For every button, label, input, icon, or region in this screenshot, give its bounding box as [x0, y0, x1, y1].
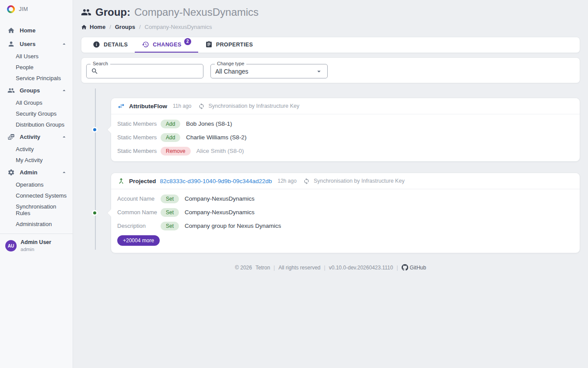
sidebar-item-home[interactable]: Home [0, 24, 73, 37]
sidebar-item-groups[interactable]: Groups [0, 84, 73, 97]
breadcrumb-groups[interactable]: Groups [115, 24, 135, 30]
activity-icon [7, 133, 15, 141]
github-link[interactable]: GitHub [402, 264, 426, 271]
sidebar-item-admin[interactable]: Admin [0, 166, 73, 179]
sidebar-item-label: Activity [20, 134, 40, 140]
change-source: Synchronisation by Infrastructure Key [314, 178, 405, 184]
attribute-name: Static Members [117, 148, 161, 154]
change-type-value: All Changes [215, 68, 312, 75]
breadcrumb-home[interactable]: Home [81, 24, 105, 30]
timeline-dot-blue [92, 127, 98, 133]
changes-timeline: AttributeFlow 11h ago Synchronisation by… [81, 88, 580, 253]
brand-name: JIM [19, 6, 28, 12]
change-type: AttributeFlow [129, 103, 167, 110]
attribute-name: Common Name [117, 209, 161, 216]
action-badge-set: Set [161, 208, 179, 217]
chevron-up-icon [61, 169, 67, 176]
merge-icon [117, 177, 125, 185]
footer-company: Tetron [256, 265, 270, 271]
footer-version: v0.10.0-dev.20260423.1110 [329, 265, 393, 271]
change-time: 12h ago [278, 178, 297, 184]
avatar: AU [5, 240, 17, 251]
attribute-value: Company group for Nexus Dynamics [185, 223, 281, 229]
sidebar-user-section: AU Admin User admin [0, 234, 73, 258]
change-type: Projected [129, 178, 156, 184]
sidebar-item-operations[interactable]: Operations [0, 179, 73, 190]
sidebar-item-all-users[interactable]: All Users [0, 51, 73, 62]
search-input[interactable] [101, 68, 199, 75]
title-prefix: Group: [95, 6, 130, 18]
sidebar-item-users[interactable]: Users [0, 37, 73, 51]
tab-bar: DETAILS CHANGES 2 PROPERTIES [81, 37, 580, 53]
action-badge-set: Set [161, 222, 179, 230]
tab-properties[interactable]: PROPERTIES [198, 37, 260, 53]
change-row: Static Members Add Bob Jones (S8-1) [111, 117, 580, 131]
home-icon [81, 24, 87, 30]
change-row: Static Members Remove Alice Smith (S8-0) [111, 144, 580, 158]
breadcrumb-separator: / [139, 24, 141, 30]
tab-changes[interactable]: CHANGES 2 [135, 37, 198, 53]
user-username: admin [21, 246, 51, 252]
change-row: Account Name Set Company-NexusDynamics [111, 192, 580, 205]
clipboard-icon [205, 41, 213, 48]
sidebar-item-all-groups[interactable]: All Groups [0, 97, 73, 108]
home-icon [7, 27, 15, 34]
change-row: Static Members Add Charlie Williams (S8-… [111, 131, 580, 144]
groups-title-icon [81, 7, 91, 18]
breadcrumb-current: Company-NexusDynamics [145, 24, 212, 30]
sidebar-item-activity-sub[interactable]: Activity [0, 144, 73, 155]
search-field[interactable]: Search [86, 64, 203, 78]
attribute-value: Company-NexusDynamics [185, 209, 255, 216]
sidebar-item-distribution-groups[interactable]: Distribution Groups [0, 119, 73, 130]
search-icon [91, 67, 98, 75]
chevron-up-icon [61, 41, 67, 47]
show-more-button[interactable]: +20004 more [117, 235, 160, 246]
gear-icon [7, 169, 15, 176]
chevron-up-icon [61, 134, 67, 140]
footer-separator: | [273, 265, 275, 271]
app-logo[interactable]: JIM [0, 0, 73, 18]
tab-details[interactable]: DETAILS [86, 37, 135, 53]
attribute-name: Static Members [117, 120, 161, 127]
breadcrumb-separator: / [109, 24, 111, 30]
change-time: 11h ago [173, 103, 192, 109]
sidebar: JIM Home Users All Users People Service … [0, 0, 73, 368]
groups-icon [7, 87, 15, 94]
change-type-select[interactable]: Change type All Changes [210, 64, 328, 78]
attribute-value: Company-NexusDynamics [185, 195, 255, 202]
attribute-name: Account Name [117, 195, 161, 202]
sidebar-item-synchronisation-rules[interactable]: Synchronisation Rules [0, 201, 73, 219]
chevron-up-icon [61, 87, 67, 94]
object-id-link[interactable]: 82c8333c-d390-1040-9d9b-09c344ad22db [160, 178, 272, 184]
chevron-down-icon [315, 67, 323, 75]
sidebar-item-administration[interactable]: Administration [0, 219, 73, 230]
user-profile[interactable]: AU Admin User admin [5, 239, 67, 252]
sidebar-item-service-principals[interactable]: Service Principals [0, 73, 73, 84]
sidebar-item-label: Users [20, 41, 35, 47]
filter-bar: Search Change type All Changes [81, 57, 580, 83]
info-icon [93, 41, 100, 48]
sidebar-item-security-groups[interactable]: Security Groups [0, 108, 73, 119]
sidebar-item-my-activity[interactable]: My Activity [0, 155, 73, 166]
sidebar-item-label: Admin [20, 169, 37, 176]
user-icon [7, 40, 15, 48]
change-card-attributeflow: AttributeFlow 11h ago Synchronisation by… [111, 98, 580, 162]
history-icon [142, 41, 149, 48]
action-badge-add: Add [161, 133, 180, 142]
page-title: Group: Company-NexusDynamics [81, 6, 580, 18]
swap-arrows-icon [117, 102, 125, 110]
change-card-header: AttributeFlow 11h ago Synchronisation by… [111, 98, 580, 114]
change-source: Synchronisation by Infrastructure Key [209, 103, 300, 109]
sidebar-item-activity[interactable]: Activity [0, 130, 73, 144]
changes-count-badge: 2 [184, 38, 191, 45]
footer: © 2026 Tetron | All rights reserved | v0… [81, 264, 580, 271]
sidebar-nav: Home Users All Users People Service Prin… [0, 18, 73, 230]
sync-icon [303, 178, 310, 184]
search-field-label: Search [91, 61, 110, 67]
sidebar-item-label: Groups [20, 87, 40, 94]
brand-ring-icon [7, 5, 15, 13]
action-badge-add: Add [161, 120, 180, 128]
sidebar-item-people[interactable]: People [0, 62, 73, 73]
sync-icon [198, 103, 205, 110]
sidebar-item-connected-systems[interactable]: Connected Systems [0, 190, 73, 201]
